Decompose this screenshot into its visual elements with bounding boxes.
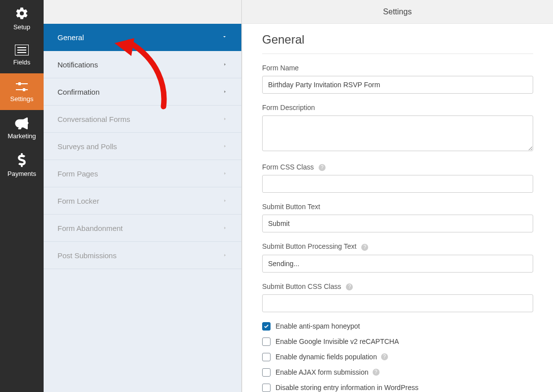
chevron-right-icon	[222, 61, 227, 68]
panel-item-label: Confirmation	[57, 88, 100, 96]
submit-processing-input[interactable]	[262, 255, 533, 273]
form-description-label: Form Description	[262, 104, 533, 112]
panel-item-form-locker[interactable]: Form Locker	[44, 187, 241, 215]
panel-item-label: Post Submissions	[57, 251, 116, 260]
form-css-input[interactable]	[262, 175, 533, 193]
panel-item-label: Form Locker	[57, 197, 99, 205]
field-submit-processing: Submit Button Processing Text ?	[262, 242, 533, 272]
sliders-icon	[15, 81, 29, 92]
chevron-down-icon	[221, 34, 227, 41]
field-form-css-class: Form CSS Class ?	[262, 163, 533, 193]
checkbox-label: Enable Google Invisible v2 reCAPTCHA	[276, 337, 399, 345]
panel-item-form-abandonment[interactable]: Form Abandonment	[44, 215, 241, 242]
content-area: Settings General Form Name Form Descript…	[242, 0, 553, 392]
panel-item-surveys-and-polls[interactable]: Surveys and Polls	[44, 133, 241, 160]
nav-item-marketing[interactable]: Marketing	[0, 110, 44, 147]
chevron-right-icon	[222, 197, 227, 205]
panel-item-label: Form Pages	[57, 169, 98, 178]
field-submit-css: Submit Button CSS Class ?	[262, 282, 533, 312]
panel-gap	[44, 0, 241, 24]
checkbox-row[interactable]: Enable anti-spam honeypot	[262, 322, 533, 331]
panel-item-form-pages[interactable]: Form Pages	[44, 160, 241, 187]
chevron-right-icon	[222, 115, 227, 123]
chevron-right-icon	[222, 224, 227, 232]
nav-item-fields[interactable]: Fields	[0, 37, 44, 73]
submit-css-label: Submit Button CSS Class ?	[262, 282, 533, 290]
checkbox[interactable]	[262, 368, 271, 377]
section-heading: General	[262, 33, 533, 54]
panel-item-conversational-forms[interactable]: Conversational Forms	[44, 106, 241, 133]
svg-rect-5	[18, 82, 21, 85]
help-icon[interactable]: ?	[381, 353, 388, 360]
checkbox[interactable]	[262, 337, 271, 346]
nav-label: Payments	[7, 170, 36, 177]
nav-label: Setup	[13, 23, 30, 31]
checkbox[interactable]	[262, 322, 271, 331]
panel-item-post-submissions[interactable]: Post Submissions	[44, 242, 241, 269]
settings-panel: GeneralNotificationsConfirmationConversa…	[44, 0, 242, 392]
field-form-name: Form Name	[262, 64, 533, 94]
chevron-right-icon	[222, 88, 227, 96]
chevron-right-icon	[222, 143, 227, 150]
help-icon[interactable]: ?	[361, 244, 368, 251]
checkbox-label: Disable storing entry information in Wor…	[276, 384, 418, 392]
form-name-input[interactable]	[262, 76, 533, 94]
gear-icon	[15, 6, 29, 20]
field-submit-text: Submit Button Text	[262, 203, 533, 232]
nav-label: Marketing	[7, 132, 36, 140]
nav-item-payments[interactable]: Payments	[0, 147, 44, 183]
form-name-label: Form Name	[262, 64, 533, 72]
checkbox-label: Enable dynamic fields population	[276, 353, 377, 361]
panel-item-label: Surveys and Polls	[57, 142, 117, 151]
svg-rect-7	[23, 88, 25, 91]
checkbox[interactable]	[262, 384, 271, 392]
checkbox-row[interactable]: Enable Google Invisible v2 reCAPTCHA	[262, 337, 533, 346]
help-icon[interactable]: ?	[373, 369, 380, 376]
dollar-icon	[17, 153, 26, 167]
nav-label: Settings	[10, 95, 34, 103]
checkbox-label: Enable anti-spam honeypot	[276, 322, 360, 330]
chevron-right-icon	[222, 170, 227, 177]
panel-item-label: Notifications	[57, 60, 98, 69]
form-description-input[interactable]	[262, 115, 533, 151]
panel-item-confirmation[interactable]: Confirmation	[44, 78, 241, 106]
panel-item-general[interactable]: General	[44, 24, 241, 51]
checkbox-row[interactable]: Enable AJAX form submission?	[262, 368, 533, 377]
panel-item-label: Form Abandonment	[57, 224, 123, 232]
nav-item-setup[interactable]: Setup	[0, 0, 44, 37]
field-form-description: Form Description	[262, 104, 533, 153]
help-icon[interactable]: ?	[346, 283, 353, 290]
nav-label: Fields	[13, 58, 31, 66]
panel-item-label: General	[57, 33, 84, 42]
nav-item-settings[interactable]: Settings	[0, 73, 44, 110]
panel-item-notifications[interactable]: Notifications	[44, 51, 241, 78]
submit-css-input[interactable]	[262, 294, 533, 312]
page-title: Settings	[383, 7, 412, 16]
checkbox-row[interactable]: Enable dynamic fields population?	[262, 353, 533, 361]
submit-text-label: Submit Button Text	[262, 203, 533, 211]
checkbox[interactable]	[262, 353, 271, 361]
bullhorn-icon	[15, 117, 29, 129]
submit-text-input[interactable]	[262, 215, 533, 232]
checkbox-label: Enable AJAX form submission	[276, 368, 369, 376]
panel-item-label: Conversational Forms	[57, 115, 130, 123]
form-css-label: Form CSS Class ?	[262, 163, 533, 171]
list-icon	[15, 45, 29, 56]
topbar: Settings	[242, 0, 553, 24]
left-nav: Setup Fields Settings Marketing Payments	[0, 0, 44, 392]
chevron-right-icon	[222, 252, 227, 259]
submit-processing-label: Submit Button Processing Text ?	[262, 242, 533, 250]
checkbox-row[interactable]: Disable storing entry information in Wor…	[262, 384, 533, 392]
help-icon[interactable]: ?	[319, 164, 326, 171]
